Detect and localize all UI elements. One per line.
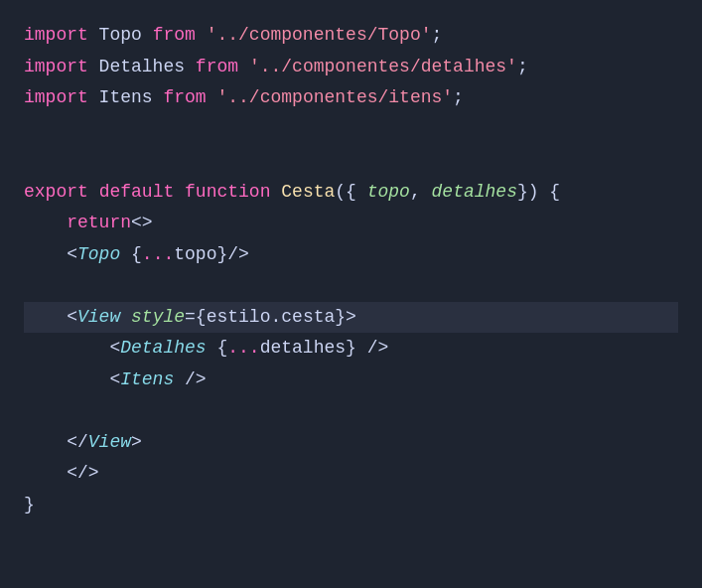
string-2: '../componentes/detalhes' bbox=[249, 52, 517, 83]
keyword-import-3: import bbox=[24, 82, 88, 114]
keyword-import-1: import bbox=[24, 20, 88, 52]
code-line-16: } bbox=[24, 490, 678, 521]
keyword-return: return bbox=[67, 208, 131, 239]
spread-op-2: ... bbox=[227, 333, 259, 365]
keyword-from-2: from bbox=[196, 52, 238, 83]
code-line-3: import Itens from '../componentes/itens'… bbox=[24, 82, 678, 114]
component-view-close: View bbox=[88, 427, 131, 459]
code-line-empty-3 bbox=[24, 270, 678, 302]
code-line-1: import Topo from '../componentes/Topo'; bbox=[24, 20, 678, 52]
code-line-11: <Detalhes {...detalhes} /> bbox=[24, 333, 678, 365]
component-detalhes: Detalhes bbox=[120, 333, 206, 365]
code-line-empty-1 bbox=[24, 114, 678, 146]
code-line-empty-2 bbox=[24, 145, 678, 177]
param-detalhes: detalhes bbox=[432, 177, 517, 209]
string-3: '../componentes/itens' bbox=[216, 82, 453, 114]
code-line-empty-4 bbox=[24, 395, 678, 427]
string-1: '../componentes/Topo' bbox=[207, 20, 432, 52]
component-itens: Itens bbox=[120, 365, 174, 396]
code-line-15: </> bbox=[24, 458, 678, 490]
code-editor: import Topo from '../componentes/Topo'; … bbox=[0, 0, 702, 588]
code-line-7: return<> bbox=[24, 208, 678, 239]
keyword-default: default bbox=[99, 177, 175, 209]
attr-style: style bbox=[131, 302, 185, 334]
keyword-from-1: from bbox=[153, 20, 196, 52]
component-topo: Topo bbox=[77, 239, 120, 271]
component-view: View bbox=[77, 302, 120, 334]
keyword-export: export bbox=[24, 177, 88, 209]
code-line-14: </View> bbox=[24, 427, 678, 459]
code-line-2: import Detalhes from '../componentes/det… bbox=[24, 52, 678, 83]
spread-op-1: ... bbox=[142, 239, 174, 271]
keyword-from-3: from bbox=[163, 82, 206, 114]
code-line-6: export default function Cesta({ topo, de… bbox=[24, 177, 678, 209]
code-line-10: <View style={estilo.cesta}> bbox=[24, 302, 678, 334]
keyword-import-2: import bbox=[24, 52, 88, 83]
keyword-function: function bbox=[185, 177, 270, 209]
code-line-12: <Itens /> bbox=[24, 365, 678, 396]
code-line-8: <Topo {...topo}/> bbox=[24, 239, 678, 271]
func-name: Cesta bbox=[281, 177, 335, 209]
param-topo: topo bbox=[367, 177, 410, 209]
